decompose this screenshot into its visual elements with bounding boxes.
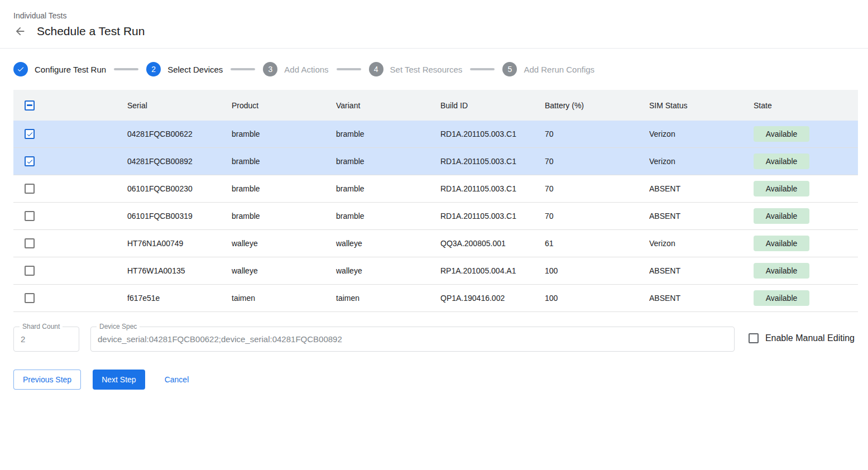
cell-build-id: RD1A.201105.003.C1	[440, 184, 545, 193]
row-checkbox[interactable]	[25, 156, 35, 166]
cell-sim-status: Verizon	[649, 157, 754, 166]
step-label: Configure Test Run	[35, 65, 106, 74]
column-header-sim-status: SIM Status	[649, 101, 754, 110]
row-checkbox[interactable]	[25, 293, 35, 303]
cell-build-id: QQ3A.200805.001	[440, 239, 545, 248]
cell-serial: 04281FQCB00622	[127, 130, 232, 138]
step-label: Add Rerun Configs	[524, 65, 594, 74]
cell-product: bramble	[232, 130, 336, 138]
manual-editing-checkbox[interactable]	[749, 333, 759, 343]
cell-variant: bramble	[336, 157, 440, 166]
shard-count-label: Shard Count	[20, 323, 63, 330]
check-icon	[13, 62, 28, 76]
step-number-icon: 5	[502, 62, 517, 76]
page-header: Individual Tests Schedule a Test Run	[0, 0, 868, 38]
table-row[interactable]: 04281FQCB00892 bramble bramble RD1A.2011…	[13, 148, 858, 175]
column-header-serial: Serial	[127, 101, 232, 110]
cell-sim-status: Verizon	[649, 239, 754, 248]
table-row[interactable]: 06101FQCB00319 bramble bramble RD1A.2011…	[13, 203, 858, 230]
cell-sim-status: ABSENT	[649, 184, 754, 193]
step-label: Set Test Resources	[390, 65, 463, 74]
cell-battery: 61	[545, 239, 649, 248]
cell-sim-status: Verizon	[649, 130, 754, 138]
action-buttons: Previous Step Next Step Cancel	[13, 370, 855, 390]
cell-build-id: RD1A.201105.003.C1	[440, 130, 545, 138]
cell-battery: 100	[545, 294, 649, 303]
cell-variant: taimen	[336, 294, 440, 303]
device-spec-value: device_serial:04281FQCB00622;device_seri…	[98, 334, 342, 344]
cancel-button[interactable]: Cancel	[160, 370, 194, 390]
cell-variant: bramble	[336, 212, 440, 220]
back-arrow-icon[interactable]	[13, 25, 27, 38]
breadcrumb: Individual Tests	[13, 11, 855, 20]
column-header-state: State	[754, 101, 858, 110]
stepper-connector	[470, 68, 495, 70]
cell-battery: 70	[545, 157, 649, 166]
row-checkbox[interactable]	[25, 211, 35, 221]
cell-serial: 06101FQCB00319	[127, 212, 232, 220]
table-row[interactable]: 04281FQCB00622 bramble bramble RD1A.2011…	[13, 121, 858, 148]
table-row[interactable]: f617e51e taimen taimen QP1A.190416.002 1…	[13, 285, 858, 312]
cell-sim-status: ABSENT	[649, 212, 754, 220]
row-checkbox[interactable]	[25, 184, 35, 194]
cell-build-id: RP1A.201005.004.A1	[440, 266, 545, 275]
cell-variant: walleye	[336, 266, 440, 275]
row-checkbox[interactable]	[25, 238, 35, 248]
cell-product: taimen	[232, 294, 336, 303]
step-add-rerun-configs[interactable]: 5 Add Rerun Configs	[502, 62, 594, 76]
stepper-connector	[231, 68, 255, 70]
device-table: Serial Product Variant Build ID Battery …	[13, 90, 858, 312]
cell-variant: bramble	[336, 184, 440, 193]
step-set-test-resources[interactable]: 4 Set Test Resources	[369, 62, 463, 76]
cell-battery: 70	[545, 212, 649, 220]
enable-manual-editing[interactable]: Enable Manual Editing	[749, 333, 855, 343]
shard-form: Shard Count 2 Device Spec device_serial:…	[13, 327, 855, 352]
stepper-connector	[114, 68, 138, 70]
step-select-devices[interactable]: 2 Select Devices	[146, 62, 223, 76]
previous-step-button[interactable]: Previous Step	[13, 370, 81, 390]
cell-battery: 70	[545, 184, 649, 193]
step-number-icon: 2	[146, 62, 161, 76]
cell-sim-status: ABSENT	[649, 266, 754, 275]
device-spec-label: Device Spec	[97, 323, 140, 330]
manual-editing-label: Enable Manual Editing	[765, 333, 855, 343]
state-badge: Available	[754, 290, 809, 306]
column-header-variant: Variant	[336, 101, 440, 110]
cell-serial: 06101FQCB00230	[127, 184, 232, 193]
shard-count-field[interactable]: Shard Count 2	[13, 327, 79, 352]
table-row[interactable]: 06101FQCB00230 bramble bramble RD1A.2011…	[13, 175, 858, 203]
row-checkbox[interactable]	[25, 266, 35, 276]
state-badge: Available	[754, 236, 809, 251]
table-row[interactable]: HT76N1A00749 walleye walleye QQ3A.200805…	[13, 230, 858, 257]
step-add-actions[interactable]: 3 Add Actions	[263, 62, 328, 76]
next-step-button[interactable]: Next Step	[93, 370, 145, 390]
row-checkbox[interactable]	[25, 129, 35, 139]
cell-build-id: RD1A.201105.003.C1	[440, 157, 545, 166]
cell-sim-status: ABSENT	[649, 294, 754, 303]
cell-build-id: RD1A.201105.003.C1	[440, 212, 545, 220]
step-configure-test-run[interactable]: Configure Test Run	[13, 62, 106, 76]
table-row[interactable]: HT76W1A00135 walleye walleye RP1A.201005…	[13, 257, 858, 285]
cell-product: walleye	[232, 239, 336, 248]
device-spec-field[interactable]: Device Spec device_serial:04281FQCB00622…	[90, 327, 735, 352]
state-badge: Available	[754, 126, 809, 142]
shard-count-value: 2	[21, 334, 25, 344]
table-header-row: Serial Product Variant Build ID Battery …	[13, 90, 858, 121]
cell-serial: f617e51e	[127, 294, 232, 303]
cell-product: bramble	[232, 184, 336, 193]
stepper-connector	[337, 68, 361, 70]
page-title: Schedule a Test Run	[37, 25, 145, 38]
state-badge: Available	[754, 208, 809, 224]
state-badge: Available	[754, 263, 809, 279]
cell-product: walleye	[232, 266, 336, 275]
column-header-build-id: Build ID	[440, 101, 545, 110]
cell-serial: HT76W1A00135	[127, 266, 232, 275]
step-label: Select Devices	[167, 65, 223, 74]
column-header-battery: Battery (%)	[545, 101, 649, 110]
column-header-product: Product	[232, 101, 336, 110]
cell-variant: walleye	[336, 239, 440, 248]
step-number-icon: 3	[263, 62, 277, 76]
step-number-icon: 4	[369, 62, 383, 76]
select-all-checkbox[interactable]	[25, 100, 35, 111]
stepper: Configure Test Run 2 Select Devices 3 Ad…	[0, 49, 868, 88]
